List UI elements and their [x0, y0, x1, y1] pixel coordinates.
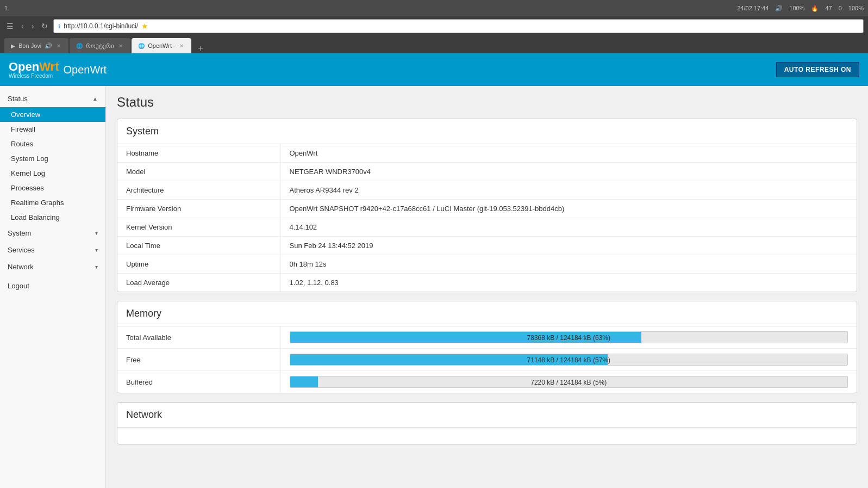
tab-bonjovi[interactable]: ▶ Bon Jovi 🔊 ✕: [4, 38, 68, 53]
tab-openwrt-close[interactable]: ✕: [178, 43, 185, 49]
browser-top-bar-left: 1: [4, 5, 8, 11]
network-card: Network: [117, 402, 857, 444]
row-label-buffered: Buffered: [117, 371, 280, 393]
table-row: Buffered 7220 kB / 124184 kB (5%): [117, 371, 857, 393]
row-label-firmware: Firmware Version: [117, 200, 280, 218]
sidebar-item-realtime-graphs[interactable]: Realtime Graphs: [0, 195, 105, 210]
nav-menu-button[interactable]: ☰: [4, 21, 16, 32]
new-tab-button[interactable]: +: [195, 44, 206, 53]
table-row: Free 71148 kB / 124184 kB (57%): [117, 349, 857, 371]
address-bar[interactable]: ℹ http://10.0.0.1/cgi-bin/luci/ ★: [53, 19, 864, 33]
table-row: Uptime 0h 18m 12s: [117, 255, 857, 274]
sidebar-item-overview[interactable]: Overview: [0, 107, 105, 122]
network-card-content: [117, 428, 857, 444]
system-card: System Hostname OpenWrt Model NETGEAR WN…: [117, 119, 857, 292]
table-row: Kernel Version 4.14.102: [117, 218, 857, 237]
row-value-localtime: Sun Feb 24 13:44:52 2019: [280, 237, 857, 255]
tabs-bar: ▶ Bon Jovi 🔊 ✕ 🌐 როუტერი ✕ 🌐 OpenWrt · ✕…: [0, 36, 868, 53]
logout-link[interactable]: Logout: [0, 275, 105, 296]
auto-refresh-button[interactable]: AUTO REFRESH ON: [776, 62, 859, 77]
sidebar-item-load-balancing-label: Load Balancing: [11, 213, 60, 221]
tab-openwrt[interactable]: 🌐 OpenWrt · ✕: [132, 38, 191, 53]
nav-forward-button[interactable]: ›: [29, 21, 36, 32]
sidebar-item-routes[interactable]: Routes: [0, 137, 105, 151]
memory-bar-buffered: 7220 kB / 124184 kB (5%): [290, 376, 848, 388]
logo-text: OpenWrt Wireless Freedom: [9, 61, 59, 79]
table-row: Architecture Atheros AR9344 rev 2: [117, 181, 857, 200]
tab-router-geo-icon: 🌐: [76, 43, 83, 49]
sidebar-section-network-chevron: ▾: [95, 264, 98, 270]
tab-count: 1: [4, 5, 8, 11]
row-label-uptime: Uptime: [117, 255, 280, 274]
address-bar-text: http://10.0.0.1/cgi-bin/luci/: [64, 22, 138, 30]
sidebar-section-status[interactable]: Status ▲: [0, 90, 105, 107]
battery-count: 47: [825, 5, 832, 12]
sidebar-section-system-label: System: [8, 229, 31, 237]
row-label-kernel: Kernel Version: [117, 218, 280, 237]
row-value-total: 78368 kB / 124184 kB (63%): [280, 326, 857, 349]
table-row: Hostname OpenWrt: [117, 144, 857, 163]
datetime: 24/02 17:44: [737, 5, 769, 12]
memory-bar-total-label: 78368 kB / 124184 kB (63%): [290, 332, 848, 343]
sidebar-section-system[interactable]: System ▾: [0, 225, 105, 242]
sidebar-item-kernel-log-label: Kernel Log: [11, 169, 45, 177]
browser-nav: ☰ ‹ › ↻ ℹ http://10.0.0.1/cgi-bin/luci/ …: [0, 16, 868, 36]
volume-icon: 🔊: [775, 5, 783, 12]
row-value-uptime: 0h 18m 12s: [280, 255, 857, 274]
sidebar-section-status-label: Status: [8, 95, 28, 103]
app-header: OpenWrt Wireless Freedom OpenWrt AUTO RE…: [0, 53, 868, 86]
header-title: OpenWrt: [64, 64, 107, 76]
row-label-model: Model: [117, 163, 280, 181]
row-label-load: Load Average: [117, 274, 280, 292]
tab-openwrt-icon: 🌐: [138, 43, 145, 49]
system-card-title: System: [117, 119, 857, 144]
sidebar-item-firewall-label: Firewall: [11, 125, 35, 133]
sidebar-section-services[interactable]: Services ▾: [0, 242, 105, 258]
row-value-free: 71148 kB / 124184 kB (57%): [280, 349, 857, 371]
table-row: Model NETGEAR WNDR3700v4: [117, 163, 857, 181]
row-label-total: Total Available: [117, 326, 280, 349]
nav-back-button[interactable]: ‹: [19, 21, 26, 32]
sidebar-item-realtime-graphs-label: Realtime Graphs: [11, 199, 64, 207]
sidebar-item-routes-label: Routes: [11, 140, 33, 148]
page-title: Status: [117, 95, 857, 110]
tab-openwrt-label: OpenWrt ·: [148, 42, 175, 49]
row-value-buffered: 7220 kB / 124184 kB (5%): [280, 371, 857, 393]
sidebar-section-status-chevron: ▲: [92, 96, 98, 102]
network-card-title: Network: [117, 403, 857, 428]
row-label-hostname: Hostname: [117, 144, 280, 163]
browser-top-bar-right: 24/02 17:44 🔊 100% 🔥 47 0 100%: [737, 5, 864, 12]
main-content: Status System Hostname OpenWrt Model NET…: [106, 86, 868, 488]
downloads-count: 0: [839, 5, 842, 12]
tab-router-geo[interactable]: 🌐 როუტერი ✕: [70, 38, 130, 53]
flame-icon: 🔥: [811, 5, 819, 12]
row-label-localtime: Local Time: [117, 237, 280, 255]
table-row: Load Average 1.02, 1.12, 0.83: [117, 274, 857, 292]
sidebar-item-load-balancing[interactable]: Load Balancing: [0, 210, 105, 225]
row-value-model: NETGEAR WNDR3700v4: [280, 163, 857, 181]
memory-bar-total: 78368 kB / 124184 kB (63%): [290, 331, 848, 343]
sidebar-section-services-label: Services: [8, 246, 35, 254]
battery-percent: 100%: [789, 5, 804, 12]
right-percent: 100%: [848, 5, 864, 12]
sidebar-item-system-log[interactable]: System Log: [0, 151, 105, 166]
main-layout: Status ▲ Overview Firewall Routes System…: [0, 86, 868, 488]
tab-bonjovi-close[interactable]: ✕: [55, 43, 62, 49]
row-value-architecture: Atheros AR9344 rev 2: [280, 181, 857, 200]
browser-top-bar: 1 24/02 17:44 🔊 100% 🔥 47 0 100%: [0, 0, 868, 16]
sidebar-item-system-log-label: System Log: [11, 155, 48, 163]
row-value-hostname: OpenWrt: [280, 144, 857, 163]
memory-bar-buffered-label: 7220 kB / 124184 kB (5%): [290, 376, 848, 388]
tab-router-geo-close[interactable]: ✕: [117, 43, 124, 49]
sidebar-item-kernel-log[interactable]: Kernel Log: [0, 166, 105, 181]
logo-openwrt: OpenWrt: [9, 61, 59, 73]
sidebar-section-services-chevron: ▾: [95, 247, 98, 253]
sidebar-item-overview-label: Overview: [11, 110, 40, 119]
nav-reload-button[interactable]: ↻: [39, 21, 50, 32]
sidebar-item-firewall[interactable]: Firewall: [0, 122, 105, 137]
sidebar-section-network[interactable]: Network ▾: [0, 258, 105, 275]
sidebar-item-processes[interactable]: Processes: [0, 181, 105, 195]
sidebar: Status ▲ Overview Firewall Routes System…: [0, 86, 106, 488]
bookmark-star[interactable]: ★: [141, 22, 148, 30]
tab-mute-icon: 🔊: [45, 42, 52, 50]
